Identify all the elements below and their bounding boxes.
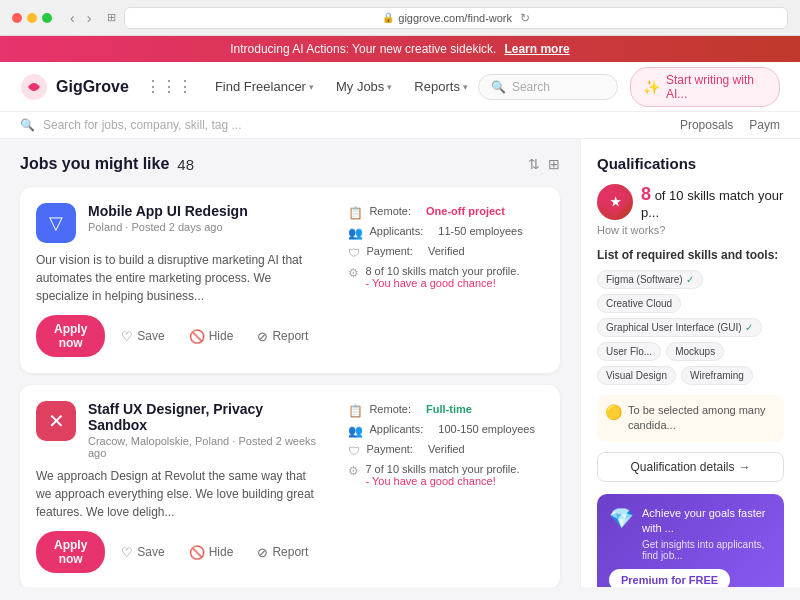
fullscreen-traffic-light[interactable] [42, 13, 52, 23]
location-icon: 📋 [348, 206, 363, 220]
skill-tag-creative-cloud: Creative Cloud [597, 294, 681, 313]
applicants-detail: 👥 Applicants: 11-50 employees [348, 225, 548, 240]
banner-text: Introducing AI Actions: Your new creativ… [230, 42, 496, 56]
section-header: Jobs you might like 48 ⇅ ⊞ [20, 155, 560, 173]
report-button[interactable]: ⊘ Report [249, 540, 316, 565]
warning-row: 🟡 To be selected among many candida... [597, 395, 784, 442]
job-card-content: ✕ Staff UX Designer, Privacy Sandbox Cra… [36, 401, 544, 573]
nav-my-jobs[interactable]: My Jobs ▾ [326, 73, 402, 100]
nav-items: Find Freelancer ▾ My Jobs ▾ Reports ▾ [205, 73, 478, 100]
applicants-value: 11-50 employees [438, 225, 522, 237]
job-search-bar[interactable]: 🔍 Search for jobs, company, skill, tag .… [20, 118, 242, 132]
secondary-navigation: 🔍 Search for jobs, company, skill, tag .… [0, 112, 800, 139]
report-label: Report [272, 545, 308, 559]
chevron-down-icon: ▾ [463, 82, 468, 92]
ai-button-label: Start writing with AI... [666, 73, 767, 101]
close-traffic-light[interactable] [12, 13, 22, 23]
apply-button[interactable]: Apply now [36, 315, 105, 357]
save-label: Save [137, 329, 164, 343]
eye-off-icon: 🚫 [189, 329, 205, 344]
back-button[interactable]: ‹ [66, 8, 79, 28]
lock-icon: 🔒 [382, 12, 394, 23]
forward-button[interactable]: › [83, 8, 96, 28]
skill-tag-user-flow: User Flo... [597, 342, 661, 361]
hide-button[interactable]: 🚫 Hide [181, 540, 242, 565]
score-description: 8 of 10 skills match your p... [641, 184, 784, 220]
skill-tag-gui: Graphical User Interface (GUI) ✓ [597, 318, 762, 337]
job-card: ✕ Staff UX Designer, Privacy Sandbox Cra… [20, 385, 560, 587]
ai-icon: ✨ [643, 79, 660, 95]
jobs-panel: Jobs you might like 48 ⇅ ⊞ ▽ Mobile App … [0, 139, 580, 587]
search-bar-icon: 🔍 [20, 118, 35, 132]
check-icon: ✓ [686, 274, 694, 285]
upgrade-subtitle: Get insights into applicants, find job..… [642, 539, 772, 561]
premium-button[interactable]: Premium for FREE [609, 569, 730, 587]
save-button[interactable]: ♡ Save [113, 324, 172, 349]
chevron-down-icon: ▾ [309, 82, 314, 92]
job-actions: Apply now ♡ Save 🚫 Hide ⊘ Report [36, 315, 316, 357]
skill-tag-visual-design: Visual Design [597, 366, 676, 385]
save-label: Save [137, 545, 164, 559]
proposals-link[interactable]: Proposals [680, 118, 733, 132]
announcement-banner: Introducing AI Actions: Your new creativ… [0, 36, 800, 62]
search-area[interactable]: 🔍 Search [478, 74, 618, 100]
nav-reports[interactable]: Reports ▾ [404, 73, 478, 100]
nav-my-jobs-label: My Jobs [336, 79, 384, 94]
score-suffix: of 10 skills match your p... [641, 188, 783, 220]
skill-tag-mockups: Mockups [666, 342, 724, 361]
payments-link[interactable]: Paym [749, 118, 780, 132]
qual-details-label: Qualification details [630, 460, 734, 474]
payment-label: Payment: [366, 443, 412, 455]
grid-menu-icon[interactable]: ⋮⋮⋮ [145, 77, 193, 96]
skills-icon: ⚙ [348, 464, 359, 478]
upgrade-text-area: Achieve your goals faster with ... Get i… [642, 506, 772, 561]
apply-button[interactable]: Apply now [36, 531, 105, 573]
sort-icon[interactable]: ⇅ [528, 156, 540, 172]
job-details-column: 📋 Remote: Full-time 👥 Applicants: 100-15… [348, 401, 548, 573]
skill-name: Visual Design [606, 370, 667, 381]
skill-name: Wireframing [690, 370, 744, 381]
section-title: Jobs you might like 48 [20, 155, 194, 173]
job-posted: Posted 2 days ago [131, 221, 222, 233]
job-description: Our vision is to build a disruptive mark… [36, 251, 316, 305]
ai-write-button[interactable]: ✨ Start writing with AI... [630, 67, 780, 107]
qualification-details-button[interactable]: Qualification details → [597, 452, 784, 482]
job-location: Cracow, Malopolskie, Poland [88, 435, 229, 447]
job-title: Mobile App UI Redesign [88, 203, 316, 219]
report-button[interactable]: ⊘ Report [249, 324, 316, 349]
tab-sidebar-button[interactable]: ⊞ [107, 11, 116, 24]
hide-button[interactable]: 🚫 Hide [181, 324, 242, 349]
remote-value: One-off project [426, 205, 505, 217]
traffic-lights [12, 13, 52, 23]
job-meta: Cracow, Malopolskie, Poland · Posted 2 w… [88, 435, 316, 459]
skills-detail: ⚙ 7 of 10 skills match your profile. - Y… [348, 463, 548, 487]
job-info: Mobile App UI Redesign Poland · Posted 2… [88, 203, 316, 243]
address-bar[interactable]: 🔒 giggrove.com/find-work ↻ [124, 7, 788, 29]
good-chance-text: - You have a good chance! [365, 277, 519, 289]
skills-icon: ⚙ [348, 266, 359, 280]
job-title: Staff UX Designer, Privacy Sandbox [88, 401, 316, 433]
skill-name: Figma (Software) [606, 274, 683, 285]
qualification-score: ★ 8 of 10 skills match your p... [597, 184, 784, 220]
banner-link[interactable]: Learn more [504, 42, 569, 56]
grid-view-icon[interactable]: ⊞ [548, 156, 560, 172]
skill-name: Mockups [675, 346, 715, 357]
score-number: 8 [641, 184, 651, 204]
applicants-label: Applicants: [369, 225, 423, 237]
company-logo: ▽ [36, 203, 76, 243]
job-card-content: ▽ Mobile App UI Redesign Poland · Posted… [36, 203, 544, 357]
job-card-left: ✕ Staff UX Designer, Privacy Sandbox Cra… [36, 401, 316, 573]
svg-text:★: ★ [610, 195, 621, 209]
save-button[interactable]: ♡ Save [113, 540, 172, 565]
minimize-traffic-light[interactable] [27, 13, 37, 23]
nav-find-freelancer-label: Find Freelancer [215, 79, 306, 94]
flag-icon: ⊘ [257, 329, 268, 344]
heart-icon: ♡ [121, 545, 133, 560]
how-it-works-link[interactable]: How it works? [597, 224, 784, 236]
remote-detail: 📋 Remote: Full-time [348, 403, 548, 418]
location-icon: 📋 [348, 404, 363, 418]
nav-find-freelancer[interactable]: Find Freelancer ▾ [205, 73, 324, 100]
job-location: Poland [88, 221, 122, 233]
main-navigation: GigGrove ⋮⋮⋮ Find Freelancer ▾ My Jobs ▾… [0, 62, 800, 112]
refresh-button[interactable]: ↻ [520, 11, 530, 25]
